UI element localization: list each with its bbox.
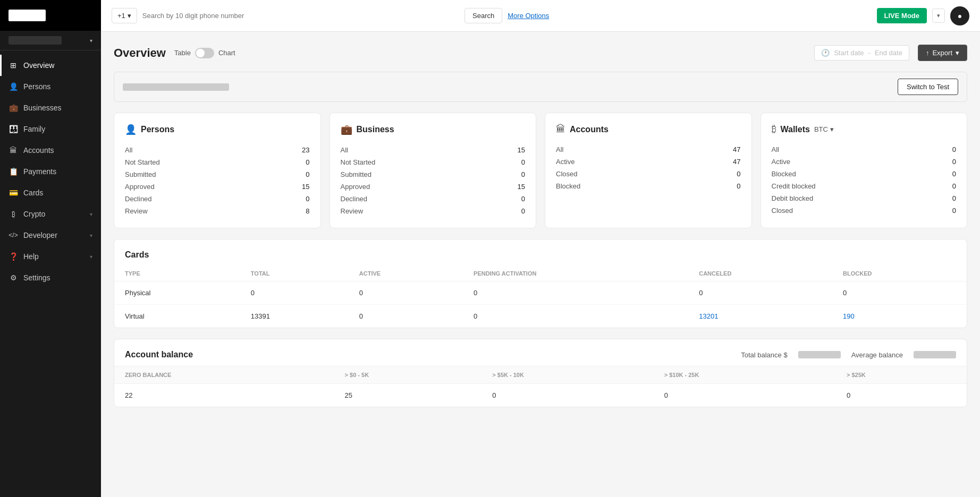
row-label: Active xyxy=(772,158,790,166)
persons-card-icon: 👤 xyxy=(125,124,137,135)
wallets-card-icon: ₿ xyxy=(772,124,776,135)
business-card-rows: All 15 Not Started 0 Submitted 0 Approve… xyxy=(341,144,526,217)
sidebar-item-payments[interactable]: 📋 Payments xyxy=(0,161,101,182)
card-canceled-link[interactable]: 13201 xyxy=(688,305,832,328)
list-item: Submitted 0 xyxy=(341,168,526,181)
persons-card-rows: All 23 Not Started 0 Submitted 0 Approve… xyxy=(125,144,310,217)
export-icon: ↑ xyxy=(926,49,930,57)
row-label: Review xyxy=(125,207,148,215)
row-value: 15 xyxy=(302,183,309,191)
sidebar-org-selector[interactable]: ▾ xyxy=(0,31,101,50)
row-value: 0 xyxy=(521,158,525,166)
list-item: All 23 xyxy=(125,144,310,156)
card-blocked-link[interactable]: 190 xyxy=(832,305,967,328)
developer-icon: </> xyxy=(9,232,18,239)
date-range-picker[interactable]: 🕐 Start date - End date xyxy=(814,45,909,61)
card-pending: 0 xyxy=(463,305,688,328)
persons-card-header: 👤 Persons xyxy=(125,124,310,135)
live-mode-button[interactable]: LIVE Mode xyxy=(877,8,927,23)
row-label: Closed xyxy=(772,207,793,215)
col-10k-25k: > $10k - 25k xyxy=(654,366,836,384)
card-type: Virtual xyxy=(114,305,240,328)
row-value: 15 xyxy=(518,146,525,154)
phone-search-input[interactable] xyxy=(142,12,459,20)
country-code-label: +1 xyxy=(117,12,125,20)
avatar[interactable]: ● xyxy=(950,6,969,25)
sidebar-logo xyxy=(0,0,101,31)
list-item: Closed 0 xyxy=(772,204,957,217)
sidebar-item-developer[interactable]: </> Developer ▾ xyxy=(0,225,101,246)
account-balance-section: Account balance Total balance $ Average … xyxy=(114,339,967,407)
payments-icon: 📋 xyxy=(9,167,18,176)
switch-to-test-button[interactable]: Switch to Test xyxy=(898,79,958,95)
row-label: Submitted xyxy=(125,170,156,178)
row-label: Not Started xyxy=(125,158,160,166)
cards-section-title: Cards xyxy=(114,239,967,266)
persons-stats-card: 👤 Persons All 23 Not Started 0 Submitted… xyxy=(114,113,321,228)
row-value: 0 xyxy=(306,195,309,203)
sidebar-item-settings[interactable]: ⚙ Settings xyxy=(0,267,101,288)
average-balance-label: Average balance xyxy=(851,351,903,359)
wallets-card-rows: All 0 Active 0 Blocked 0 Credit blocked … xyxy=(772,143,957,217)
average-balance-value-blurred xyxy=(914,351,956,358)
export-chevron-icon: ▾ xyxy=(956,49,959,57)
live-mode-chevron[interactable]: ▾ xyxy=(932,8,945,23)
cards-icon: 💳 xyxy=(9,188,18,197)
date-separator: - xyxy=(868,49,871,57)
row-value: 0 xyxy=(306,158,309,166)
list-item: Review 0 xyxy=(341,205,526,217)
row-label: Declined xyxy=(341,195,368,203)
more-options-link[interactable]: More Options xyxy=(508,12,549,20)
logo-image xyxy=(9,10,46,21)
test-mode-banner: Switch to Test xyxy=(114,72,967,102)
row-value: 0 xyxy=(952,207,956,215)
export-button[interactable]: ↑ Export ▾ xyxy=(918,45,967,61)
settings-icon: ⚙ xyxy=(9,273,18,282)
row-label: Blocked xyxy=(772,170,796,178)
list-item: Declined 0 xyxy=(125,193,310,205)
wallets-currency-selector[interactable]: BTC ▾ xyxy=(814,125,834,133)
sidebar-item-label: Overview xyxy=(23,61,92,70)
card-canceled: 0 xyxy=(688,281,832,305)
row-value: 15 xyxy=(518,183,525,191)
col-total: TOTAL xyxy=(240,266,349,281)
sidebar-item-persons[interactable]: 👤 Persons xyxy=(0,76,101,97)
sidebar-item-label: Family xyxy=(23,125,92,133)
list-item: Active 0 xyxy=(772,156,957,168)
row-label: Approved xyxy=(125,183,155,191)
list-item: Credit blocked 0 xyxy=(772,180,957,192)
main-area: +1 ▾ Search More Options LIVE Mode ▾ ● O… xyxy=(101,0,980,497)
sidebar-item-crypto[interactable]: ₿ Crypto ▾ xyxy=(0,203,101,225)
sidebar-item-family[interactable]: 👪 Family xyxy=(0,118,101,140)
sidebar: ▾ ⊞ Overview 👤 Persons 💼 Businesses 👪 Fa… xyxy=(0,0,101,497)
col-5k-10k: > $5k - 10k xyxy=(481,366,653,384)
row-value: 0 xyxy=(952,194,956,202)
search-button[interactable]: Search xyxy=(464,8,502,23)
table-chart-toggle[interactable] xyxy=(195,48,214,58)
row-value: 23 xyxy=(302,146,309,154)
row-value: 0 xyxy=(737,170,740,178)
sidebar-item-accounts[interactable]: 🏛 Accounts xyxy=(0,140,101,161)
card-total: 0 xyxy=(240,281,349,305)
sidebar-item-businesses[interactable]: 💼 Businesses xyxy=(0,97,101,118)
sidebar-item-overview[interactable]: ⊞ Overview xyxy=(0,55,101,76)
banner-blurred-content xyxy=(123,83,229,91)
accounts-icon: 🏛 xyxy=(9,146,18,155)
sidebar-item-label: Help xyxy=(23,252,85,261)
list-item: All 0 xyxy=(772,143,957,156)
country-code-selector[interactable]: +1 ▾ xyxy=(112,8,137,23)
row-value: 0 xyxy=(521,195,525,203)
card-total: 13391 xyxy=(240,305,349,328)
sidebar-item-label: Developer xyxy=(23,231,85,239)
sidebar-item-help[interactable]: ❓ Help ▾ xyxy=(0,246,101,267)
list-item: Active 47 xyxy=(556,156,741,168)
col-canceled: CANCELED xyxy=(688,266,832,281)
table-row: 22 25 0 0 0 xyxy=(114,384,967,407)
list-item: Not Started 0 xyxy=(341,156,526,168)
topbar: +1 ▾ Search More Options LIVE Mode ▾ ● xyxy=(101,0,980,32)
card-active: 0 xyxy=(349,305,463,328)
sidebar-item-cards[interactable]: 💳 Cards xyxy=(0,182,101,203)
row-label: All xyxy=(341,146,348,154)
row-label: Approved xyxy=(341,183,370,191)
sidebar-item-label: Accounts xyxy=(23,146,92,155)
